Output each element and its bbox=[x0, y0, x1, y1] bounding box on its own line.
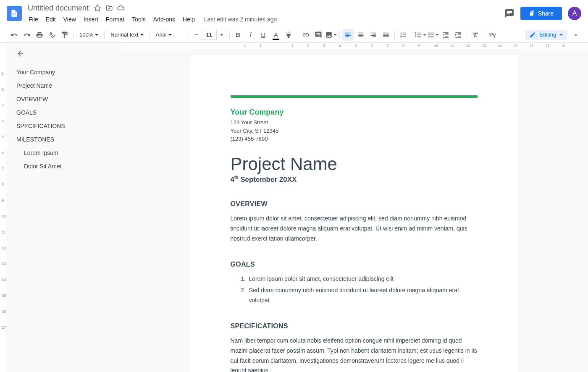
project-date: 4th September 20XX bbox=[231, 175, 478, 184]
separator bbox=[467, 31, 467, 39]
editing-mode-button[interactable]: Editing bbox=[525, 30, 567, 40]
share-label: Share bbox=[538, 10, 554, 17]
text-color-icon[interactable]: A bbox=[270, 29, 282, 41]
outline-item[interactable]: Your Company bbox=[16, 65, 120, 79]
menu-format[interactable]: Format bbox=[102, 14, 128, 24]
clear-formatting-icon[interactable] bbox=[470, 29, 481, 41]
separator bbox=[412, 31, 412, 39]
separator bbox=[73, 31, 74, 39]
editing-label: Editing bbox=[539, 31, 556, 38]
outline-item[interactable]: GOALS bbox=[16, 106, 120, 119]
indent-decrease-icon[interactable] bbox=[440, 29, 452, 41]
comment-icon[interactable] bbox=[312, 29, 324, 41]
outline-back-icon[interactable] bbox=[16, 50, 25, 58]
main-area: 1234567891011121314151617 Your CompanyPr… bbox=[0, 43, 588, 372]
print-icon[interactable] bbox=[34, 29, 45, 41]
align-right-icon[interactable] bbox=[368, 29, 379, 41]
bulleted-list-icon[interactable] bbox=[427, 29, 439, 41]
separator bbox=[394, 31, 395, 39]
outline-panel: Your CompanyProject NameOVERVIEWGOALSSPE… bbox=[6, 43, 120, 372]
separator bbox=[150, 31, 150, 39]
menu-file[interactable]: File bbox=[25, 14, 42, 24]
undo-icon[interactable] bbox=[8, 29, 20, 41]
outline-item[interactable]: Project Name bbox=[16, 79, 120, 92]
specs-text: Nam liber tempor cum soluta nobis eleife… bbox=[231, 336, 478, 372]
separator bbox=[339, 31, 340, 39]
font-dropdown[interactable]: Arial bbox=[152, 29, 186, 41]
separator bbox=[297, 31, 297, 39]
star-icon[interactable] bbox=[94, 4, 101, 12]
font-size-plus[interactable]: + bbox=[217, 30, 227, 40]
font-size-control: − + bbox=[192, 30, 227, 40]
font-size-minus[interactable]: − bbox=[192, 30, 202, 40]
svg-rect-4 bbox=[530, 13, 533, 16]
outline-item[interactable]: Lorem Ipsum bbox=[16, 146, 120, 160]
vertical-ruler: 1234567891011121314151617 bbox=[0, 43, 6, 372]
link-icon[interactable] bbox=[300, 29, 312, 41]
title-icons bbox=[94, 4, 125, 12]
last-edit-link[interactable]: Last edit was 2 minutes ago bbox=[204, 16, 277, 23]
cloud-icon[interactable] bbox=[117, 4, 125, 12]
svg-rect-0 bbox=[13, 13, 16, 14]
menu-view[interactable]: View bbox=[60, 14, 79, 24]
avatar[interactable]: A bbox=[568, 7, 581, 20]
input-tools-icon[interactable]: Pγ bbox=[487, 29, 499, 41]
numbered-list-icon[interactable] bbox=[415, 29, 426, 41]
header-bar bbox=[231, 95, 478, 98]
outline-item[interactable]: OVERVIEW bbox=[16, 92, 120, 106]
line-spacing-icon[interactable] bbox=[397, 29, 409, 41]
canvas[interactable]: 21123456789101112131415161718 Your Compa… bbox=[120, 43, 588, 372]
specs-heading: SPECIFICATIONS bbox=[231, 322, 478, 330]
style-dropdown[interactable]: Normal text bbox=[107, 29, 147, 41]
menu-help[interactable]: Help bbox=[179, 14, 198, 24]
underline-icon[interactable]: U bbox=[257, 29, 269, 41]
goals-heading: GOALS bbox=[231, 261, 478, 268]
separator bbox=[229, 31, 230, 39]
comments-icon[interactable] bbox=[504, 8, 514, 18]
svg-rect-2 bbox=[13, 16, 15, 16]
goals-list: Lorem ipsum dolor sit amet, consectetuer… bbox=[231, 274, 478, 306]
menu-insert[interactable]: Insert bbox=[80, 14, 102, 24]
docs-logo-icon[interactable] bbox=[7, 6, 22, 21]
address-line-1: 123 Your Street bbox=[231, 118, 478, 127]
menu-bar: File Edit View Insert Format Tools Add-o… bbox=[25, 14, 504, 24]
header-right: Share A bbox=[504, 7, 581, 20]
overview-text: Lorem ipsum dolor sit amet, consectetuer… bbox=[231, 214, 478, 244]
toolbar: 100% Normal text Arial − + B I U A Pγ Ed… bbox=[0, 27, 588, 43]
title-row: Untitled document bbox=[25, 3, 504, 13]
outline-item[interactable]: Dolor Sit Amet bbox=[16, 160, 120, 173]
font-size-input[interactable] bbox=[202, 30, 217, 40]
separator bbox=[104, 31, 105, 39]
svg-rect-1 bbox=[13, 15, 16, 15]
menu-addons[interactable]: Add-ons bbox=[150, 14, 178, 24]
align-left-icon[interactable] bbox=[342, 29, 354, 41]
bold-icon[interactable]: B bbox=[232, 29, 244, 41]
align-justify-icon[interactable] bbox=[380, 29, 392, 41]
share-button[interactable]: Share bbox=[520, 7, 562, 20]
collapse-toolbar-icon[interactable] bbox=[572, 31, 580, 39]
app-header: Untitled document File Edit View Insert … bbox=[0, 0, 588, 27]
company-name: Your Company bbox=[231, 108, 478, 117]
image-icon[interactable] bbox=[325, 29, 337, 41]
move-icon[interactable] bbox=[105, 4, 113, 12]
indent-increase-icon[interactable] bbox=[452, 29, 464, 41]
outline-item[interactable]: SPECIFICATIONS bbox=[16, 119, 120, 133]
separator bbox=[484, 31, 484, 39]
document-page[interactable]: Your Company 123 Your Street Your City, … bbox=[190, 55, 518, 372]
menu-tools[interactable]: Tools bbox=[129, 14, 149, 24]
highlight-icon[interactable] bbox=[283, 29, 294, 41]
phone: (123) 456-7890 bbox=[231, 135, 478, 143]
align-center-icon[interactable] bbox=[355, 29, 367, 41]
zoom-dropdown[interactable]: 100% bbox=[76, 29, 102, 41]
spellcheck-icon[interactable] bbox=[46, 29, 58, 41]
paint-format-icon[interactable] bbox=[59, 29, 71, 41]
separator bbox=[189, 31, 189, 39]
list-item: Lorem ipsum dolor sit amet, consectetuer… bbox=[247, 274, 478, 284]
italic-icon[interactable]: I bbox=[245, 29, 257, 41]
document-title[interactable]: Untitled document bbox=[25, 3, 91, 13]
menu-edit[interactable]: Edit bbox=[42, 14, 59, 24]
redo-icon[interactable] bbox=[21, 29, 33, 41]
header-center: Untitled document File Edit View Insert … bbox=[25, 3, 504, 24]
project-title: Project Name bbox=[231, 154, 478, 174]
outline-item[interactable]: MILESTONES bbox=[16, 133, 120, 146]
